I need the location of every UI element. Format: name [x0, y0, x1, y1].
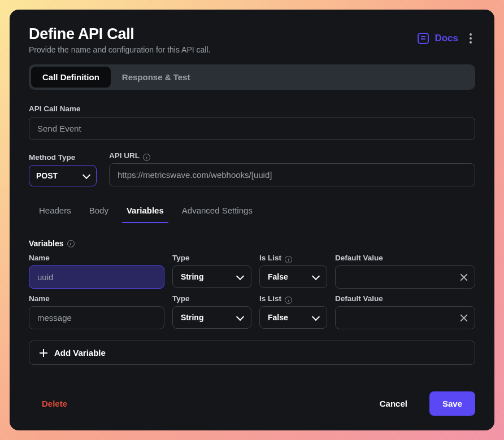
cancel-button[interactable]: Cancel — [367, 391, 420, 416]
api-url-input[interactable] — [109, 163, 475, 186]
api-call-name-label: API Call Name — [29, 104, 475, 113]
api-call-name-input[interactable] — [29, 117, 475, 140]
save-button[interactable]: Save — [429, 391, 475, 416]
docs-button[interactable]: Docs — [418, 33, 458, 44]
tab-response-test[interactable]: Response & Test — [111, 67, 202, 88]
api-url-label: API URL — [109, 151, 140, 160]
info-icon[interactable]: i — [285, 297, 292, 304]
dialog-header: Define API Call Provide the name and con… — [29, 25, 475, 64]
chevron-down-icon — [82, 171, 90, 178]
variable-type-label: Type — [172, 254, 251, 262]
subtab-variables[interactable]: Variables — [127, 206, 164, 223]
variable-default-label: Default Value — [335, 254, 475, 262]
subtab-bar: Headers Body Variables Advanced Settings — [29, 206, 475, 223]
doc-icon — [418, 33, 429, 44]
subtab-body[interactable]: Body — [89, 206, 108, 223]
docs-label: Docs — [435, 33, 458, 44]
variable-default-input[interactable] — [335, 306, 475, 329]
segmented-control: Call Definition Response & Test — [29, 64, 475, 90]
info-icon[interactable]: i — [285, 256, 292, 263]
variable-islist-select[interactable]: False — [259, 306, 327, 329]
method-type-field: Method Type POST — [29, 153, 97, 186]
chevron-down-icon — [236, 312, 244, 320]
dialog-subtitle: Provide the name and configuration for t… — [29, 45, 210, 54]
chevron-down-icon — [236, 272, 244, 280]
clear-icon[interactable] — [459, 313, 468, 323]
api-url-field: API URL i — [109, 151, 475, 186]
chevron-down-icon — [312, 272, 320, 280]
variables-section-title: Variables i — [29, 239, 475, 248]
dialog-title: Define API Call — [29, 25, 210, 43]
add-variable-button[interactable]: Add Variable — [29, 341, 475, 365]
info-icon[interactable]: i — [143, 154, 150, 161]
more-menu-button[interactable] — [466, 30, 475, 47]
clear-icon[interactable] — [459, 273, 468, 282]
method-type-value: POST — [36, 171, 58, 180]
subtab-advanced[interactable]: Advanced Settings — [182, 206, 253, 223]
variable-type-select[interactable]: String — [172, 306, 251, 329]
variable-name-input[interactable] — [29, 265, 164, 289]
variable-name-label: Name — [29, 254, 164, 262]
chevron-down-icon — [312, 312, 320, 320]
method-type-select[interactable]: POST — [29, 165, 97, 186]
variable-default-label: Default Value — [335, 294, 475, 303]
variable-islist-label: Is List — [259, 254, 281, 262]
api-call-name-field: API Call Name — [29, 104, 475, 140]
variable-default-input[interactable] — [335, 265, 475, 289]
plus-icon — [40, 349, 47, 357]
info-icon[interactable]: i — [67, 240, 75, 247]
method-type-label: Method Type — [29, 153, 97, 162]
variable-name-label: Name — [29, 294, 164, 303]
variable-islist-select[interactable]: False — [259, 265, 327, 288]
variable-type-label: Type — [172, 294, 251, 303]
subtab-headers[interactable]: Headers — [39, 206, 71, 223]
variable-type-select[interactable]: String — [172, 265, 251, 288]
variable-name-input[interactable] — [29, 306, 164, 329]
tab-call-definition[interactable]: Call Definition — [31, 67, 111, 88]
delete-button[interactable]: Delete — [29, 391, 80, 416]
dialog-footer: Delete Cancel Save — [29, 391, 475, 416]
variable-islist-label: Is List — [259, 294, 281, 303]
variable-row: Name Type String Is List i False Default… — [29, 254, 475, 289]
dialog-define-api-call: Define API Call Provide the name and con… — [10, 10, 494, 430]
variable-row: Name Type String Is List i False Default… — [29, 294, 475, 329]
